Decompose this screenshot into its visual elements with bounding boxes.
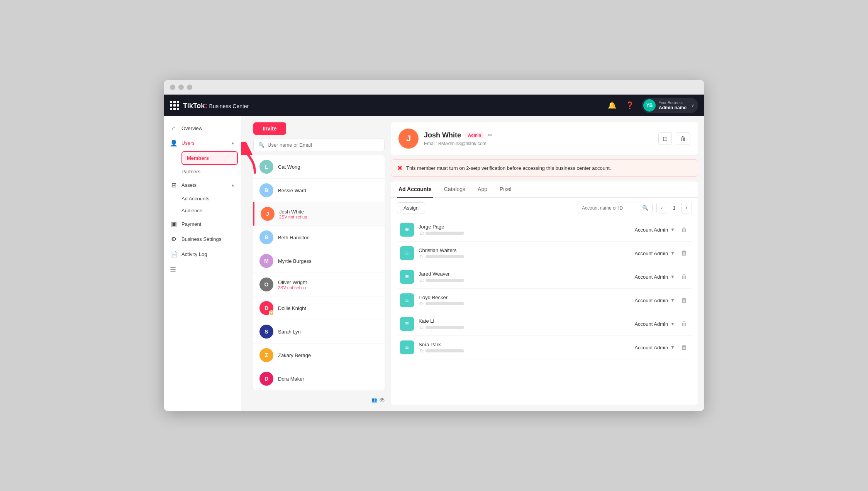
account-role: Account Admin ▼ — [634, 227, 675, 233]
tabs-bar: Ad Accounts Catalogs App Pixel — [391, 181, 698, 198]
member-search-box: 🔍 — [253, 139, 385, 151]
list-item[interactable]: B Beth Hamilton — [253, 226, 385, 249]
account-search-input[interactable] — [582, 205, 640, 211]
sidebar-item-activity-log[interactable]: 📄 Activity Log — [164, 247, 241, 262]
list-item[interactable]: Z Zakary Berage — [253, 344, 385, 367]
grid-icon[interactable] — [170, 101, 179, 110]
warning-banner: ✖ This member must turn on 2-setp verifi… — [391, 159, 698, 177]
logo-area: TikTok: Business Center — [170, 100, 606, 110]
notification-icon[interactable]: 🔔 — [606, 100, 618, 111]
user-card-actions: ⊡ 🗑 — [658, 132, 690, 145]
user-header-card: J Josh White Admin ✏ Email: BMAdmin3@tik… — [391, 122, 698, 155]
browser-dot-3 — [187, 85, 192, 90]
account-info: Kate Li ID: — [419, 318, 630, 330]
avatar: D — [259, 372, 273, 386]
role-chevron-icon[interactable]: ▼ — [670, 227, 675, 232]
help-icon[interactable]: ❓ — [624, 100, 636, 111]
chevron-down-icon: ▲ — [231, 183, 235, 187]
delete-account-button[interactable]: 🗑 — [680, 295, 689, 305]
account-row: ≡ Christian Walters ID: Account Admin ▼ … — [397, 242, 692, 265]
invite-button[interactable]: Invite — [253, 122, 286, 135]
sidebar-sub-assets: Ad Accounts Audience — [164, 193, 241, 217]
delete-account-button[interactable]: 🗑 — [680, 342, 689, 352]
list-item[interactable]: S Sarah Lyn — [253, 320, 385, 344]
delete-account-button[interactable]: 🗑 — [680, 272, 689, 282]
member-info: Sarah Lyn — [278, 329, 301, 335]
tab-ad-accounts[interactable]: Ad Accounts — [397, 181, 433, 198]
sidebar-item-audience[interactable]: Audience — [181, 205, 241, 217]
account-row: ≡ Kate Li ID: Account Admin ▼ 🗑 — [397, 312, 692, 336]
delete-account-button[interactable]: 🗑 — [680, 225, 689, 235]
account-info: Lloyd Becker ID: — [419, 295, 630, 306]
topnav-right: 🔔 ❓ YB Your Business Admin name ∨ — [606, 98, 698, 113]
account-row: ≡ Jared Weaver ID: Account Admin ▼ 🗑 — [397, 265, 692, 289]
list-item[interactable]: D Dora Maker — [253, 367, 385, 391]
member-info: Oliver Wright 2SV not set up — [278, 279, 307, 290]
sidebar-item-business-settings[interactable]: ⚙ Business Settings — [164, 232, 241, 247]
page-next-button[interactable]: › — [681, 203, 692, 213]
account-role: Account Admin ▼ — [634, 345, 675, 350]
avatar: S — [259, 325, 273, 339]
content-area: Invite 🔍 L Cat Wong B — [241, 116, 704, 411]
sidebar-item-users[interactable]: 👤 Users ▲ — [164, 135, 241, 151]
delete-user-button[interactable]: 🗑 — [676, 132, 690, 145]
list-item[interactable]: L Cat Wong — [253, 155, 385, 179]
browser-chrome — [164, 80, 704, 95]
sidebar-item-assets[interactable]: ⊞ Assets ▲ — [164, 178, 241, 193]
sidebar-item-members[interactable]: Members — [181, 151, 238, 165]
search-icon: 🔍 — [258, 142, 264, 148]
account-search-box: 🔍 — [578, 203, 653, 213]
user-info: Your Business Admin name — [659, 101, 687, 110]
log-icon: 📄 — [170, 251, 178, 258]
role-chevron-icon[interactable]: ▼ — [670, 345, 675, 350]
tab-catalogs[interactable]: Catalogs — [442, 181, 467, 198]
edit-icon[interactable]: ✏ — [488, 132, 493, 138]
user-big-avatar: J — [398, 129, 419, 149]
tabs-content-wrapper: Ad Accounts Catalogs App Pixel Assign 🔍 — [391, 181, 698, 405]
list-item[interactable]: B Bessie Ward — [253, 179, 385, 202]
message-button[interactable]: ⊡ — [658, 132, 672, 145]
app-container: TikTok: Business Center 🔔 ❓ YB Your Busi… — [164, 95, 704, 411]
home-icon: ⌂ — [170, 125, 178, 132]
member-count: 👥 85 — [253, 395, 385, 405]
list-item[interactable]: O Oliver Wright 2SV not set up — [253, 273, 385, 296]
page-prev-button[interactable]: ‹ — [656, 203, 667, 213]
avatar: YB — [643, 99, 656, 112]
member-info: Josh White 2SV not set up — [279, 209, 307, 219]
top-navigation: TikTok: Business Center 🔔 ❓ YB Your Busi… — [164, 95, 704, 116]
sidebar-item-ad-accounts[interactable]: Ad Accounts — [181, 193, 241, 205]
list-item[interactable]: D ★ Dollie Knight — [253, 296, 385, 320]
logo-text: TikTok: Business Center — [183, 100, 249, 110]
account-role: Account Admin ▼ — [634, 298, 675, 303]
sidebar-item-payment[interactable]: ▣ Payment — [164, 217, 241, 232]
role-chevron-icon[interactable]: ▼ — [670, 321, 675, 327]
role-chevron-icon[interactable]: ▼ — [670, 251, 675, 256]
member-info: Myrtle Burgess — [278, 258, 312, 264]
account-info: Jared Weaver ID: — [419, 271, 630, 283]
sidebar-collapse-btn[interactable]: ☰ — [164, 262, 241, 278]
account-row: ≡ Sora Park ID: Account Admin ▼ 🗑 — [397, 336, 692, 359]
sidebar-item-partners[interactable]: Partners — [181, 166, 241, 178]
account-role: Account Admin ▼ — [634, 274, 675, 280]
member-search-input[interactable] — [268, 142, 380, 148]
members-list: L Cat Wong B Bessie Ward J — [253, 155, 385, 391]
role-chevron-icon[interactable]: ▼ — [670, 274, 675, 279]
member-info: Dollie Knight — [278, 305, 306, 311]
list-item[interactable]: M Myrtle Burgess — [253, 249, 385, 273]
assign-button[interactable]: Assign — [397, 202, 425, 213]
delete-account-button[interactable]: 🗑 — [680, 248, 689, 258]
user-pill[interactable]: YB Your Business Admin name ∨ — [642, 98, 698, 113]
account-icon: ≡ — [400, 340, 414, 354]
account-row: ≡ Lloyd Becker ID: Account Admin ▼ 🗑 — [397, 289, 692, 312]
account-icon: ≡ — [400, 317, 414, 331]
sidebar: ⌂ Overview 👤 Users ▲ Members Partners — [164, 116, 241, 411]
account-role: Account Admin ▼ — [634, 251, 675, 256]
role-chevron-icon[interactable]: ▼ — [670, 298, 675, 303]
member-info: Beth Hamilton — [278, 235, 310, 240]
tab-app[interactable]: App — [476, 181, 489, 198]
member-info: Zakary Berage — [278, 352, 311, 358]
tab-pixel[interactable]: Pixel — [498, 181, 513, 198]
delete-account-button[interactable]: 🗑 — [680, 319, 689, 329]
sidebar-item-overview[interactable]: ⌂ Overview — [164, 121, 241, 135]
list-item-josh-white[interactable]: J Josh White 2SV not set up — [253, 202, 385, 226]
